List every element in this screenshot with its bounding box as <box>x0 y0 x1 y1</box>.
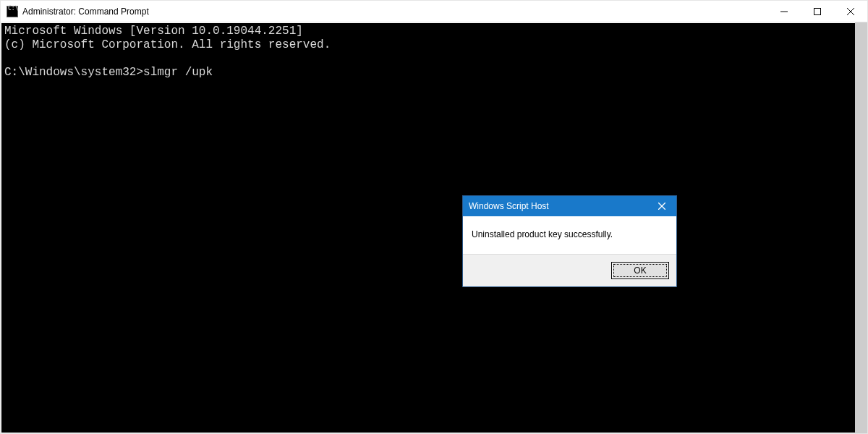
dialog-message: Uninstalled product key successfully. <box>472 229 613 239</box>
window-titlebar[interactable]: Administrator: Command Prompt <box>1 1 867 22</box>
terminal-output[interactable]: Microsoft Windows [Version 10.0.19044.22… <box>1 23 855 433</box>
dialog-body: Uninstalled product key successfully. <box>463 216 676 254</box>
dialog-close-button[interactable] <box>647 196 676 216</box>
script-host-dialog: Windows Script Host Uninstalled product … <box>462 195 677 287</box>
vertical-scrollbar[interactable] <box>855 22 867 433</box>
maximize-button[interactable] <box>801 1 834 22</box>
dialog-footer: OK <box>463 254 676 286</box>
dialog-titlebar[interactable]: Windows Script Host <box>463 196 676 216</box>
window-title: Administrator: Command Prompt <box>22 7 149 17</box>
dialog-title: Windows Script Host <box>469 201 549 211</box>
svg-rect-1 <box>814 8 821 14</box>
terminal-line: Microsoft Windows [Version 10.0.19044.22… <box>4 25 303 38</box>
scrollbar-thumb[interactable] <box>855 22 867 433</box>
terminal-line: (c) Microsoft Corporation. All rights re… <box>4 38 331 51</box>
terminal-prompt-line: C:\Windows\system32>slmgr /upk <box>4 66 213 79</box>
close-button[interactable] <box>834 1 867 22</box>
command-prompt-window: Administrator: Command Prompt Microsoft … <box>0 0 868 434</box>
cmd-icon <box>7 6 18 17</box>
terminal-area: Microsoft Windows [Version 10.0.19044.22… <box>1 22 867 433</box>
minimize-button[interactable] <box>767 1 801 22</box>
ok-button[interactable]: OK <box>611 262 669 279</box>
